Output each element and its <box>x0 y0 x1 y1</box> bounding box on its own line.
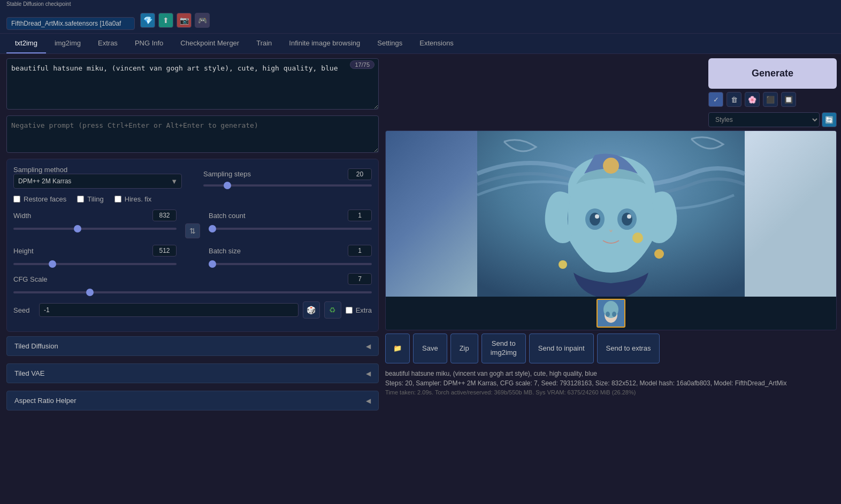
height-slider[interactable] <box>13 263 177 265</box>
cfg-label: CFG Scale <box>13 275 72 283</box>
tab-pnginfo[interactable]: PNG Info <box>126 34 172 53</box>
width-col: Width 832 <box>13 210 177 238</box>
sampling-steps-slider[interactable] <box>203 184 372 187</box>
restore-faces-checkbox[interactable]: Restore faces <box>13 195 66 203</box>
tab-settings[interactable]: Settings <box>369 34 411 53</box>
tiled-vae-section: Tiled VAE ◀ <box>6 363 379 383</box>
tiled-vae-header[interactable]: Tiled VAE ◀ <box>7 364 378 383</box>
tab-train[interactable]: Train <box>248 34 280 53</box>
batch-count-slider[interactable] <box>209 228 372 230</box>
thumbnail-strip <box>386 297 836 330</box>
seed-row: Seed -1 🎲 ♻ Extra <box>13 301 372 319</box>
height-label: Height <box>13 247 72 255</box>
style-icons-row: ✓ 🗑 🌸 ⬛ 🔲 <box>708 92 837 107</box>
icon-btn-2[interactable]: ⬆ <box>158 13 173 28</box>
aspect-ratio-arrow: ◀ <box>366 397 371 405</box>
width-label: Width <box>13 212 72 220</box>
prompt-counter: 17/75 <box>350 60 374 69</box>
icon-btn-4[interactable]: 🎮 <box>195 13 210 28</box>
image-svg <box>386 131 836 297</box>
svg-point-14 <box>603 301 618 318</box>
svg-point-11 <box>654 249 664 259</box>
seed-random-button[interactable]: 🎲 <box>303 301 320 319</box>
batch-size-col: Batch size 1 <box>209 245 372 267</box>
checkboxes-row: Restore faces Tiling Hires. fix <box>13 195 372 203</box>
open-folder-button[interactable]: 📁 <box>385 334 410 363</box>
style-icon-flower[interactable]: 🌸 <box>745 92 760 107</box>
seed-input[interactable]: -1 <box>39 303 299 317</box>
left-panel: 17/75 beautiful hatsune miku, (vincent v… <box>0 54 385 418</box>
tiling-checkbox[interactable]: Tiling <box>77 195 104 203</box>
icon-btn-3[interactable]: 📷 <box>177 13 192 28</box>
batch-size-slider[interactable] <box>209 263 372 265</box>
send-inpaint-button[interactable]: Send to inpaint <box>529 334 594 363</box>
cfg-value[interactable]: 7 <box>348 273 372 285</box>
aspect-ratio-header[interactable]: Aspect Ratio Helper ◀ <box>7 391 378 410</box>
svg-point-7 <box>627 214 631 219</box>
header-icons: 💎 ⬆ 📷 🎮 <box>140 13 210 28</box>
styles-apply-button[interactable]: 🔄 <box>822 112 837 127</box>
swap-dimensions-button[interactable]: ⇅ <box>185 223 200 238</box>
svg-point-10 <box>559 260 567 269</box>
cfg-slider[interactable] <box>13 291 372 293</box>
checkpoint-select[interactable]: FifthDread_ArtMix.safetensors [16a0afb80… <box>6 17 135 30</box>
batch-size-value[interactable]: 1 <box>348 245 372 257</box>
settings-panel: Sampling method DPM++ 2M Karras ▼ Sampli… <box>6 159 379 332</box>
generate-button[interactable]: Generate <box>708 58 837 89</box>
hires-fix-checkbox[interactable]: Hires. fix <box>114 195 152 203</box>
checkpoint-label: Stable Diffusion checkpoint <box>6 1 71 7</box>
style-icon-trash[interactable]: 🗑 <box>727 92 741 107</box>
tiled-vae-arrow: ◀ <box>366 370 371 377</box>
tab-infinite-browsing[interactable]: Infinite image browsing <box>280 34 369 53</box>
svg-point-16 <box>612 312 616 317</box>
tab-checkpoint-merger[interactable]: Checkpoint Merger <box>172 34 248 53</box>
negative-prompt-container <box>6 115 379 154</box>
tab-extras[interactable]: Extras <box>89 34 126 53</box>
negative-prompt-textarea[interactable] <box>6 115 379 153</box>
save-button[interactable]: Save <box>413 334 447 363</box>
batch-size-label: Batch size <box>209 247 267 255</box>
width-value[interactable]: 832 <box>152 210 177 221</box>
aspect-ratio-section: Aspect Ratio Helper ◀ <box>6 391 379 410</box>
cfg-row: CFG Scale 7 <box>13 273 372 295</box>
send-extras-button[interactable]: Send to extras <box>597 334 660 363</box>
image-area: ✕ <box>385 130 837 330</box>
tiled-diffusion-arrow: ◀ <box>366 343 371 350</box>
style-icon-box[interactable]: ⬛ <box>763 92 778 107</box>
sampling-method-select[interactable]: DPM++ 2M Karras <box>13 174 182 189</box>
prompt-textarea[interactable]: beautiful hatsune miku, (vincent van gog… <box>6 58 379 110</box>
svg-point-8 <box>603 158 619 174</box>
thumbnail-0[interactable] <box>597 299 625 328</box>
prompt-container: 17/75 beautiful hatsune miku, (vincent v… <box>6 58 379 111</box>
style-icon-grid[interactable]: 🔲 <box>781 92 796 107</box>
style-icon-check[interactable]: ✓ <box>708 92 723 107</box>
sampling-steps-value[interactable]: 20 <box>348 168 372 180</box>
svg-point-4 <box>590 213 600 226</box>
extra-seed-checkbox[interactable]: Extra <box>346 306 372 314</box>
tiled-diffusion-section: Tiled Diffusion ◀ <box>6 336 379 356</box>
tab-extensions[interactable]: Extensions <box>411 34 462 53</box>
batch-count-value[interactable]: 1 <box>348 210 372 221</box>
tab-img2img[interactable]: img2img <box>46 34 89 53</box>
height-value[interactable]: 512 <box>152 245 177 257</box>
seed-label: Seed <box>13 306 35 314</box>
svg-point-6 <box>595 214 599 219</box>
height-col: Height 512 <box>13 245 177 267</box>
action-buttons: 📁 Save Zip Send toimg2img Send to inpain… <box>385 334 837 363</box>
sampling-method-label: Sampling method <box>13 166 182 174</box>
svg-point-9 <box>632 232 643 243</box>
zip-button[interactable]: Zip <box>450 334 478 363</box>
styles-select[interactable]: Styles <box>708 112 820 127</box>
icon-btn-1[interactable]: 💎 <box>140 13 155 28</box>
header: Stable Diffusion checkpoint FifthDread_A… <box>0 0 841 34</box>
svg-point-5 <box>622 213 632 226</box>
tiled-diffusion-header[interactable]: Tiled Diffusion ◀ <box>7 337 378 355</box>
sampling-steps-label: Sampling steps <box>203 170 262 178</box>
width-slider[interactable] <box>13 228 177 230</box>
generated-image <box>386 131 836 297</box>
main-layout: 17/75 beautiful hatsune miku, (vincent v… <box>0 54 841 418</box>
send-img2img-button[interactable]: Send toimg2img <box>481 334 526 363</box>
seed-recycle-button[interactable]: ♻ <box>324 301 341 319</box>
nav-tabs: txt2img img2img Extras PNG Info Checkpoi… <box>0 34 841 54</box>
tab-txt2img[interactable]: txt2img <box>6 34 46 53</box>
